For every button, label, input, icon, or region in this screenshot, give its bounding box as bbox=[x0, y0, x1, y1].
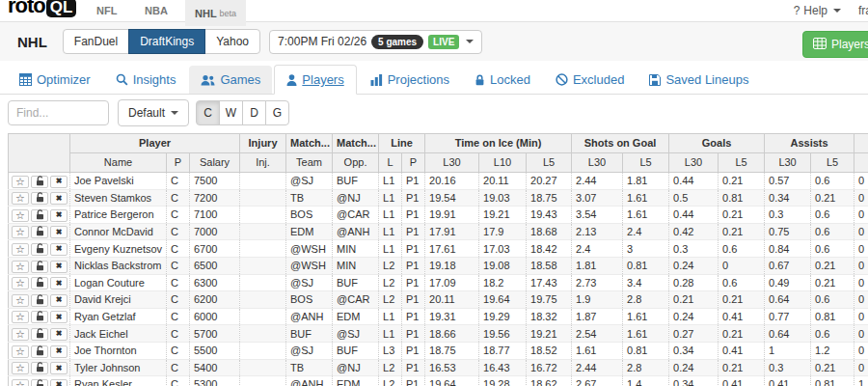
favorite-button[interactable]: ☆ bbox=[12, 311, 29, 323]
lock-button[interactable] bbox=[31, 209, 48, 222]
lock-button[interactable] bbox=[31, 328, 48, 341]
favorite-button[interactable]: ☆ bbox=[12, 277, 29, 290]
column-header-inj[interactable]: Inj. bbox=[240, 153, 286, 173]
site-button-draftkings[interactable]: DraftKings bbox=[128, 29, 205, 54]
user-menu[interactable]: fra bbox=[858, 0, 868, 21]
favorite-button[interactable]: ☆ bbox=[12, 328, 29, 341]
cell-goals-l5: 0.21 bbox=[719, 173, 765, 190]
players-tool-button[interactable]: Players T bbox=[802, 31, 868, 58]
nav-item-nhl[interactable]: NHLbeta bbox=[185, 0, 246, 26]
lock-button[interactable] bbox=[31, 192, 48, 205]
column-header-sog-l5[interactable]: L5 bbox=[623, 153, 669, 173]
tab-excluded[interactable]: Excluded bbox=[544, 66, 636, 94]
table-row[interactable]: ☆✖Ryan GetzlafC6000@ANHEDML1P119.3119.29… bbox=[9, 308, 868, 325]
lock-button[interactable] bbox=[31, 311, 48, 323]
site-button-yahoo[interactable]: Yahoo bbox=[204, 29, 260, 54]
lock-button[interactable] bbox=[31, 226, 48, 238]
column-header-assists-l5[interactable]: L5 bbox=[811, 153, 854, 173]
column-header-goals-l5[interactable]: L5 bbox=[719, 153, 765, 173]
table-row[interactable]: ☆✖Nicklas BackstromC6500@WSHMINL2P119.18… bbox=[9, 257, 868, 274]
position-button-w[interactable]: W bbox=[219, 100, 243, 125]
column-header-toi-l10[interactable]: L10 bbox=[479, 153, 527, 173]
favorite-button[interactable]: ☆ bbox=[12, 226, 29, 238]
column-header-name[interactable]: Name bbox=[70, 153, 167, 173]
favorite-button[interactable]: ☆ bbox=[12, 345, 29, 358]
exclude-button[interactable]: ✖ bbox=[50, 209, 68, 222]
column-header-goals-l30[interactable]: L30 bbox=[669, 153, 719, 173]
table-row[interactable]: ☆✖Steven StamkosC7200TB@NJL1P119.5419.03… bbox=[9, 189, 868, 207]
column-header-salary[interactable]: Salary bbox=[190, 153, 240, 173]
column-header-sog-l30[interactable]: L30 bbox=[572, 153, 623, 173]
lock-button[interactable] bbox=[31, 345, 48, 358]
find-input[interactable] bbox=[8, 100, 109, 125]
column-header-opp[interactable]: Opp. bbox=[333, 153, 379, 173]
position-button-c[interactable]: C bbox=[196, 100, 220, 125]
tab-optimizer[interactable]: Optimizer bbox=[8, 66, 102, 94]
favorite-button[interactable]: ☆ bbox=[12, 379, 29, 386]
favorite-button[interactable]: ☆ bbox=[12, 362, 29, 374]
nav-item-nfl[interactable]: NFL bbox=[87, 0, 126, 21]
exclude-button[interactable]: ✖ bbox=[50, 261, 68, 273]
lock-button[interactable] bbox=[31, 362, 48, 374]
table-row[interactable]: ☆✖Joe PavelskiC7500@SJBUFL1P120.1620.112… bbox=[9, 173, 868, 190]
nav-item-nba[interactable]: NBA bbox=[135, 0, 177, 21]
column-header-toi-l5[interactable]: L5 bbox=[527, 153, 572, 173]
column-header-pos[interactable]: P bbox=[167, 153, 190, 173]
favorite-button[interactable]: ☆ bbox=[12, 243, 29, 256]
table-row[interactable]: ☆✖David KrejciC6200BOS@CARL2P120.1119.64… bbox=[9, 291, 868, 309]
favorite-button[interactable]: ☆ bbox=[12, 261, 29, 273]
favorite-button[interactable]: ☆ bbox=[12, 209, 29, 222]
table-row[interactable]: ☆✖Logan CoutureC6300@SJBUFL2P117.0918.21… bbox=[9, 274, 868, 291]
lock-button[interactable] bbox=[31, 261, 48, 273]
site-button-fanduel[interactable]: FanDuel bbox=[63, 29, 129, 54]
exclude-button[interactable]: ✖ bbox=[50, 294, 68, 307]
cell-next: 0 bbox=[854, 342, 868, 359]
exclude-button[interactable]: ✖ bbox=[50, 345, 68, 358]
column-header-team[interactable]: Team bbox=[286, 153, 333, 173]
exclude-button[interactable]: ✖ bbox=[50, 379, 68, 386]
table-row[interactable]: ☆✖Jack EichelC5700BUF@SJL1P118.6619.5619… bbox=[9, 325, 868, 343]
column-header-toi-l30[interactable]: L30 bbox=[425, 153, 479, 173]
table-row[interactable]: ☆✖Evgeny KuznetsovC6700@WSHMINL1P117.611… bbox=[9, 240, 868, 258]
column-header-assists-l30[interactable]: L30 bbox=[765, 153, 811, 173]
exclude-button[interactable]: ✖ bbox=[50, 328, 68, 341]
favorite-button[interactable]: ☆ bbox=[12, 294, 29, 307]
exclude-button[interactable]: ✖ bbox=[50, 192, 68, 205]
lock-button[interactable] bbox=[31, 294, 48, 307]
exclude-button[interactable]: ✖ bbox=[50, 243, 68, 256]
exclude-button[interactable]: ✖ bbox=[50, 226, 68, 238]
exclude-button[interactable]: ✖ bbox=[50, 311, 68, 323]
position-button-g[interactable]: G bbox=[265, 100, 289, 125]
lock-button[interactable] bbox=[31, 176, 48, 188]
position-button-d[interactable]: D bbox=[242, 100, 266, 125]
tab-locked[interactable]: Locked bbox=[463, 66, 542, 94]
tab-projections[interactable]: Projections bbox=[359, 66, 461, 94]
lock-button[interactable] bbox=[31, 243, 48, 256]
table-row[interactable]: ☆✖Connor McDavidC7000EDM@ANHL1P117.9117.… bbox=[9, 223, 868, 240]
favorite-button[interactable]: ☆ bbox=[12, 176, 29, 188]
rotoql-logo[interactable]: rotoQL bbox=[8, 0, 76, 18]
favorite-button[interactable]: ☆ bbox=[12, 192, 29, 205]
slate-selector[interactable]: 7:00PM Fri 02/26 5 games LIVE bbox=[269, 30, 482, 54]
cell-salary: 5300 bbox=[190, 376, 240, 386]
tab-games[interactable]: Games bbox=[189, 66, 272, 94]
column-header-line-l[interactable]: L bbox=[379, 153, 402, 173]
column-header-line-p[interactable]: P bbox=[402, 153, 425, 173]
x-icon: ✖ bbox=[56, 347, 63, 355]
exclude-button[interactable]: ✖ bbox=[50, 277, 68, 290]
cell-sog-l5: 1.61 bbox=[623, 308, 669, 325]
exclude-button[interactable]: ✖ bbox=[50, 362, 68, 374]
table-row[interactable]: ☆✖Patrice BergeronC7100BOS@CARL1P119.911… bbox=[9, 207, 868, 224]
tab-players[interactable]: Players bbox=[274, 65, 356, 95]
lock-button[interactable] bbox=[31, 277, 48, 290]
help-menu[interactable]: ? Help bbox=[794, 0, 841, 21]
lock-button[interactable] bbox=[31, 379, 48, 386]
tab-saved-lineups[interactable]: Saved Lineups bbox=[637, 66, 760, 94]
table-row[interactable]: ☆✖Joe ThorntonC5500@SJBUFL3P118.7518.771… bbox=[9, 342, 868, 359]
exclude-button[interactable]: ✖ bbox=[50, 176, 68, 188]
column-header-next[interactable] bbox=[854, 153, 868, 173]
preset-dropdown[interactable]: Default bbox=[118, 99, 189, 126]
table-row[interactable]: ☆✖Ryan KeslerC5300@ANHEDML2P119.6419.281… bbox=[9, 376, 868, 386]
tab-insights[interactable]: Insights bbox=[104, 66, 188, 94]
table-row[interactable]: ☆✖Tyler JohnsonC5400TB@NJL2P116.5316.431… bbox=[9, 359, 868, 376]
